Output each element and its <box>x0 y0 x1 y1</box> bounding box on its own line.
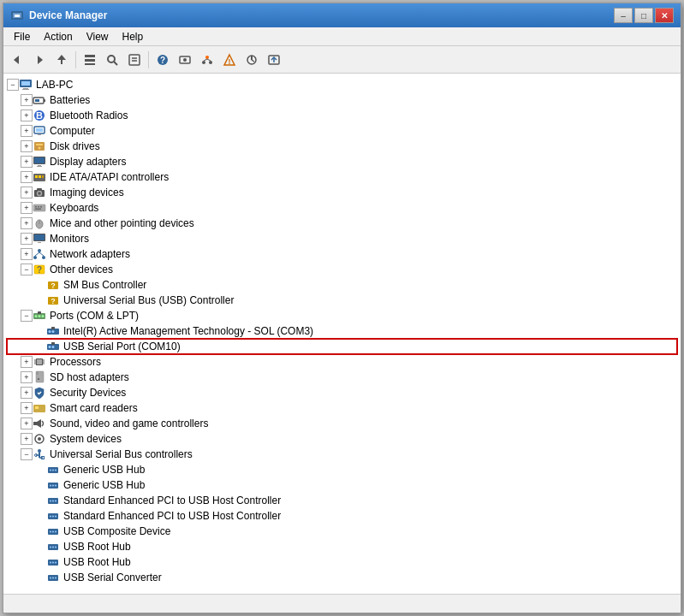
svg-point-117 <box>55 470 57 471</box>
tree-item-idecontrollers[interactable]: +IDE ATA/ATAPI controllers <box>7 169 677 185</box>
tree-item-lab-pc[interactable]: −LAB-PC <box>7 77 677 92</box>
tree-item-bluetooth[interactable]: +BBluetooth Radios <box>7 108 677 123</box>
tree-item-usbcontroller-other[interactable]: ?Universal Serial Bus (USB) Controller <box>7 293 677 308</box>
tree-item-networkadapters[interactable]: +Network adapters <box>7 246 677 262</box>
toolbar-btn-extra4[interactable] <box>241 50 262 70</box>
expand-btn-lab-pc[interactable]: − <box>7 79 19 91</box>
tree-item-otherdevices[interactable]: −?Other devices <box>7 262 677 277</box>
tree-item-smbuscontroller[interactable]: ?SM Bus Controller <box>7 277 677 293</box>
maximize-button[interactable]: □ <box>634 8 653 23</box>
tree-item-securitydevices[interactable]: +Security Devices <box>7 385 677 400</box>
tree-item-sound[interactable]: +Sound, video and game controllers <box>7 416 677 431</box>
tree-item-generic-hub1[interactable]: Generic USB Hub <box>7 462 677 477</box>
menu-action[interactable]: Action <box>37 29 79 44</box>
tree-item-usb-root2[interactable]: USB Root Hub <box>7 554 677 570</box>
tree-item-generic-hub2[interactable]: Generic USB Hub <box>7 477 677 493</box>
svg-rect-58 <box>35 206 37 208</box>
icon-mice <box>33 216 46 230</box>
svg-rect-60 <box>40 206 42 208</box>
svg-point-124 <box>52 500 54 502</box>
tree-item-ports[interactable]: −Ports (COM & LPT) <box>7 308 677 323</box>
label-networkadapters: Network adapters <box>50 248 130 260</box>
tree-item-batteries[interactable]: +Batteries <box>7 92 677 108</box>
show-hide-button[interactable] <box>80 50 100 70</box>
expand-btn-usb-controllers[interactable]: − <box>21 448 33 460</box>
expand-btn-keyboards[interactable]: + <box>21 202 33 214</box>
tree-item-usb-serial[interactable]: USB Serial Port (COM10) <box>7 339 677 354</box>
tree-item-usb-root1[interactable]: USB Root Hub <box>7 539 677 554</box>
expand-btn-mice[interactable]: + <box>21 217 33 229</box>
tree-item-smartcard[interactable]: +Smart card readers <box>7 400 677 416</box>
expand-btn-otherdevices[interactable]: − <box>21 264 33 275</box>
expand-btn-networkadapters[interactable]: + <box>21 248 33 260</box>
menu-file[interactable]: File <box>7 29 37 44</box>
svg-text:?: ? <box>51 281 56 290</box>
expand-btn-batteries[interactable]: + <box>21 94 33 106</box>
label-mice: Mice and other pointing devices <box>50 217 194 229</box>
tree-item-mice[interactable]: +Mice and other pointing devices <box>7 216 677 231</box>
tree-item-standard-pci1[interactable]: Standard Enhanced PCI to USB Host Contro… <box>7 493 677 508</box>
svg-rect-61 <box>35 209 41 210</box>
menu-view[interactable]: View <box>80 29 116 44</box>
close-button[interactable]: ✕ <box>655 8 674 23</box>
expand-btn-imagingdevices[interactable]: + <box>21 187 33 198</box>
properties-button[interactable] <box>124 50 145 70</box>
tree-item-intel-sol[interactable]: Intel(R) Active Management Technology - … <box>7 323 677 339</box>
svg-line-11 <box>114 62 117 65</box>
expand-btn-ports[interactable]: − <box>21 310 33 322</box>
expand-btn-monitors[interactable]: + <box>21 233 33 245</box>
tree-item-imagingdevices[interactable]: +Imaging devices <box>7 185 677 200</box>
svg-rect-34 <box>22 89 29 90</box>
scan-button[interactable] <box>102 50 122 70</box>
tree-item-computer[interactable]: +Computer <box>7 123 677 139</box>
toolbar: ? ! <box>3 46 681 74</box>
expand-btn-bluetooth[interactable]: + <box>21 110 33 121</box>
tree-item-system[interactable]: +System devices <box>7 431 677 447</box>
svg-rect-51 <box>35 175 38 178</box>
expand-btn-computer[interactable]: + <box>21 125 33 137</box>
tree-item-standard-pci2[interactable]: Standard Enhanced PCI to USB Host Contro… <box>7 508 677 524</box>
expand-btn-securitydevices[interactable]: + <box>21 387 33 399</box>
tree-item-usb-composite[interactable]: USB Composite Device <box>7 524 677 539</box>
label-standard-pci2: Standard Enhanced PCI to USB Host Contro… <box>63 510 281 522</box>
svg-rect-8 <box>85 59 95 62</box>
expand-btn-idecontrollers[interactable]: + <box>21 171 33 183</box>
forward-button[interactable] <box>29 50 50 70</box>
svg-point-21 <box>209 61 212 64</box>
svg-rect-101 <box>38 378 39 380</box>
expand-btn-sound[interactable]: + <box>21 418 33 429</box>
svg-rect-100 <box>36 371 39 375</box>
tree-item-monitors[interactable]: +Monitors <box>7 231 677 246</box>
tree-item-usb-serial-conv[interactable]: USB Serial Converter <box>7 570 677 585</box>
up-button[interactable] <box>51 50 72 70</box>
label-securitydevices: Security Devices <box>50 387 126 399</box>
title-bar-left: Device Manager <box>10 9 107 22</box>
tree-item-sdhost[interactable]: +SD host adapters <box>7 370 677 385</box>
menu-help[interactable]: Help <box>116 29 151 44</box>
expand-btn-system[interactable]: + <box>21 433 33 445</box>
svg-point-136 <box>52 547 54 548</box>
tree-item-usb-controllers[interactable]: −Universal Serial Bus controllers <box>7 447 677 462</box>
toolbar-btn-extra5[interactable] <box>264 50 284 70</box>
help-button[interactable]: ? <box>152 50 173 70</box>
tree-item-diskdrives[interactable]: +Disk drives <box>7 139 677 154</box>
label-usbcontroller-other: Universal Serial Bus (USB) Controller <box>63 294 234 306</box>
expand-btn-diskdrives[interactable]: + <box>21 140 33 152</box>
minimize-button[interactable]: – <box>614 8 633 23</box>
svg-point-131 <box>50 531 51 533</box>
expand-btn-displayadapters[interactable]: + <box>21 156 33 168</box>
back-button[interactable] <box>7 50 27 70</box>
svg-point-137 <box>55 547 57 548</box>
tree-item-processors[interactable]: +Processors <box>7 354 677 370</box>
content-area[interactable]: −LAB-PC+Batteries+BBluetooth Radios+Comp… <box>3 74 681 594</box>
toolbar-btn-extra1[interactable] <box>175 50 195 70</box>
toolbar-btn-extra2[interactable] <box>197 50 217 70</box>
tree-item-displayadapters[interactable]: +Display adapters <box>7 154 677 169</box>
toolbar-btn-extra3[interactable]: ! <box>219 50 240 70</box>
label-usb-serial: USB Serial Port (COM10) <box>63 341 181 352</box>
expand-btn-processors[interactable]: + <box>21 356 33 368</box>
tree-item-keyboards[interactable]: +Keyboards <box>7 200 677 216</box>
expand-btn-sdhost[interactable]: + <box>21 371 33 383</box>
icon-standard-pci1 <box>46 494 60 507</box>
expand-btn-smartcard[interactable]: + <box>21 402 33 414</box>
